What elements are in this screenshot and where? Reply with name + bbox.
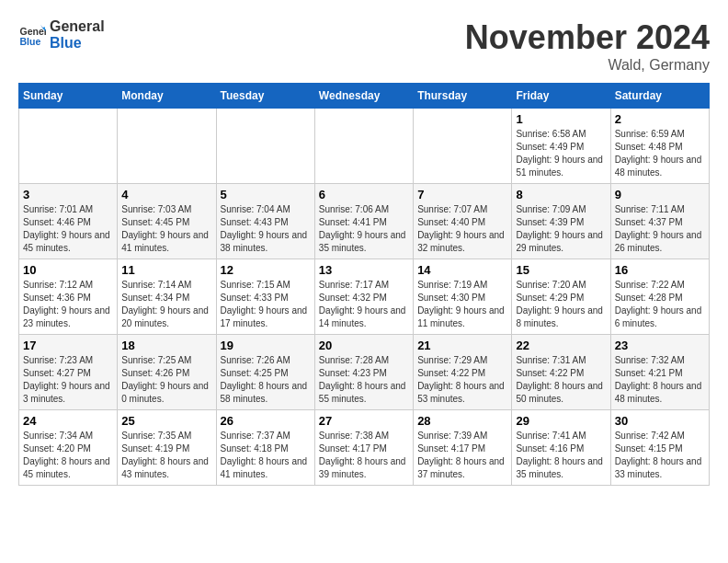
day-info: Sunrise: 7:38 AM Sunset: 4:17 PM Dayligh… xyxy=(319,430,409,481)
day-number: 23 xyxy=(615,339,705,352)
day-number: 26 xyxy=(221,414,311,428)
day-number: 4 xyxy=(121,188,211,201)
day-cell: 30Sunrise: 7:42 AM Sunset: 4:15 PM Dayli… xyxy=(610,410,709,486)
day-cell: 26Sunrise: 7:37 AM Sunset: 4:18 PM Dayli… xyxy=(216,410,314,486)
day-info: Sunrise: 7:29 AM Sunset: 4:22 PM Dayligh… xyxy=(417,354,507,406)
day-cell: 29Sunrise: 7:41 AM Sunset: 4:16 PM Dayli… xyxy=(512,410,610,486)
day-number: 21 xyxy=(417,339,507,352)
day-cell: 13Sunrise: 7:17 AM Sunset: 4:32 PM Dayli… xyxy=(314,259,413,335)
day-cell: 15Sunrise: 7:20 AM Sunset: 4:29 PM Dayli… xyxy=(512,259,610,335)
day-cell: 16Sunrise: 7:22 AM Sunset: 4:28 PM Dayli… xyxy=(610,259,709,335)
day-cell: 11Sunrise: 7:14 AM Sunset: 4:34 PM Dayli… xyxy=(118,259,216,335)
day-cell: 7Sunrise: 7:07 AM Sunset: 4:40 PM Daylig… xyxy=(414,184,512,259)
day-info: Sunrise: 7:15 AM Sunset: 4:33 PM Dayligh… xyxy=(221,279,311,330)
day-cell: 20Sunrise: 7:28 AM Sunset: 4:23 PM Dayli… xyxy=(314,335,413,410)
weekday-header-friday: Friday xyxy=(512,84,610,109)
day-number: 20 xyxy=(319,339,409,352)
day-cell: 2Sunrise: 6:59 AM Sunset: 4:48 PM Daylig… xyxy=(610,109,709,184)
day-info: Sunrise: 7:31 AM Sunset: 4:22 PM Dayligh… xyxy=(516,354,606,406)
day-number: 2 xyxy=(615,112,705,126)
day-info: Sunrise: 7:23 AM Sunset: 4:27 PM Dayligh… xyxy=(23,354,113,406)
day-cell: 28Sunrise: 7:39 AM Sunset: 4:17 PM Dayli… xyxy=(414,410,512,486)
day-info: Sunrise: 7:42 AM Sunset: 4:15 PM Dayligh… xyxy=(615,430,705,481)
day-info: Sunrise: 7:14 AM Sunset: 4:34 PM Dayligh… xyxy=(121,279,211,330)
day-cell xyxy=(414,109,512,184)
calendar-table: SundayMondayTuesdayWednesdayThursdayFrid… xyxy=(18,83,710,486)
day-cell: 22Sunrise: 7:31 AM Sunset: 4:22 PM Dayli… xyxy=(512,335,610,410)
day-info: Sunrise: 7:28 AM Sunset: 4:23 PM Dayligh… xyxy=(319,354,409,406)
day-info: Sunrise: 7:41 AM Sunset: 4:16 PM Dayligh… xyxy=(516,430,606,481)
day-cell: 19Sunrise: 7:26 AM Sunset: 4:25 PM Dayli… xyxy=(216,335,314,410)
day-info: Sunrise: 7:09 AM Sunset: 4:39 PM Dayligh… xyxy=(516,203,606,255)
week-row-4: 17Sunrise: 7:23 AM Sunset: 4:27 PM Dayli… xyxy=(19,335,710,410)
day-number: 27 xyxy=(319,414,409,428)
weekday-header-row: SundayMondayTuesdayWednesdayThursdayFrid… xyxy=(19,84,710,109)
day-cell xyxy=(314,109,413,184)
day-cell: 8Sunrise: 7:09 AM Sunset: 4:39 PM Daylig… xyxy=(512,184,610,259)
day-number: 1 xyxy=(516,112,606,126)
day-number: 3 xyxy=(23,188,113,201)
day-info: Sunrise: 7:39 AM Sunset: 4:17 PM Dayligh… xyxy=(417,430,507,481)
day-number: 11 xyxy=(121,263,211,277)
day-cell: 3Sunrise: 7:01 AM Sunset: 4:46 PM Daylig… xyxy=(19,184,118,259)
day-cell: 25Sunrise: 7:35 AM Sunset: 4:19 PM Dayli… xyxy=(118,410,216,486)
day-info: Sunrise: 7:19 AM Sunset: 4:30 PM Dayligh… xyxy=(417,279,507,330)
weekday-header-sunday: Sunday xyxy=(19,84,118,109)
day-number: 13 xyxy=(319,263,409,277)
day-cell xyxy=(19,109,118,184)
day-number: 30 xyxy=(615,414,705,428)
page-header: General Blue General Blue November 2024 … xyxy=(18,18,710,74)
day-cell: 10Sunrise: 7:12 AM Sunset: 4:36 PM Dayli… xyxy=(19,259,118,335)
day-info: Sunrise: 7:01 AM Sunset: 4:46 PM Dayligh… xyxy=(23,203,113,255)
day-info: Sunrise: 7:17 AM Sunset: 4:32 PM Dayligh… xyxy=(319,279,409,330)
day-info: Sunrise: 6:58 AM Sunset: 4:49 PM Dayligh… xyxy=(516,128,606,179)
day-info: Sunrise: 7:20 AM Sunset: 4:29 PM Dayligh… xyxy=(516,279,606,330)
day-number: 17 xyxy=(23,339,113,352)
title-area: November 2024 Wald, Germany xyxy=(465,18,710,74)
weekday-header-monday: Monday xyxy=(118,84,216,109)
day-cell: 9Sunrise: 7:11 AM Sunset: 4:37 PM Daylig… xyxy=(610,184,709,259)
weekday-header-thursday: Thursday xyxy=(414,84,512,109)
day-number: 15 xyxy=(516,263,606,277)
day-number: 7 xyxy=(417,188,507,201)
svg-text:Blue: Blue xyxy=(20,35,41,46)
day-number: 10 xyxy=(23,263,113,277)
location: Wald, Germany xyxy=(465,57,710,74)
day-cell xyxy=(216,109,314,184)
day-info: Sunrise: 7:22 AM Sunset: 4:28 PM Dayligh… xyxy=(615,279,705,330)
logo-text-general: General xyxy=(50,18,105,35)
logo-text-blue: Blue xyxy=(50,35,105,52)
day-info: Sunrise: 7:34 AM Sunset: 4:20 PM Dayligh… xyxy=(23,430,113,481)
month-title: November 2024 xyxy=(465,18,710,57)
day-number: 22 xyxy=(516,339,606,352)
day-info: Sunrise: 7:04 AM Sunset: 4:43 PM Dayligh… xyxy=(221,203,311,255)
day-info: Sunrise: 6:59 AM Sunset: 4:48 PM Dayligh… xyxy=(615,128,705,179)
day-number: 9 xyxy=(615,188,705,201)
day-info: Sunrise: 7:12 AM Sunset: 4:36 PM Dayligh… xyxy=(23,279,113,330)
day-cell: 5Sunrise: 7:04 AM Sunset: 4:43 PM Daylig… xyxy=(216,184,314,259)
day-info: Sunrise: 7:26 AM Sunset: 4:25 PM Dayligh… xyxy=(221,354,311,406)
week-row-3: 10Sunrise: 7:12 AM Sunset: 4:36 PM Dayli… xyxy=(19,259,710,335)
day-number: 12 xyxy=(221,263,311,277)
day-number: 24 xyxy=(23,414,113,428)
week-row-2: 3Sunrise: 7:01 AM Sunset: 4:46 PM Daylig… xyxy=(19,184,710,259)
day-cell: 21Sunrise: 7:29 AM Sunset: 4:22 PM Dayli… xyxy=(414,335,512,410)
day-cell: 1Sunrise: 6:58 AM Sunset: 4:49 PM Daylig… xyxy=(512,109,610,184)
day-cell: 17Sunrise: 7:23 AM Sunset: 4:27 PM Dayli… xyxy=(19,335,118,410)
day-cell: 6Sunrise: 7:06 AM Sunset: 4:41 PM Daylig… xyxy=(314,184,413,259)
day-cell: 4Sunrise: 7:03 AM Sunset: 4:45 PM Daylig… xyxy=(118,184,216,259)
day-number: 8 xyxy=(516,188,606,201)
week-row-1: 1Sunrise: 6:58 AM Sunset: 4:49 PM Daylig… xyxy=(19,109,710,184)
day-cell: 23Sunrise: 7:32 AM Sunset: 4:21 PM Dayli… xyxy=(610,335,709,410)
day-info: Sunrise: 7:03 AM Sunset: 4:45 PM Dayligh… xyxy=(121,203,211,255)
week-row-5: 24Sunrise: 7:34 AM Sunset: 4:20 PM Dayli… xyxy=(19,410,710,486)
day-info: Sunrise: 7:32 AM Sunset: 4:21 PM Dayligh… xyxy=(615,354,705,406)
day-number: 14 xyxy=(417,263,507,277)
day-cell: 18Sunrise: 7:25 AM Sunset: 4:26 PM Dayli… xyxy=(118,335,216,410)
day-number: 29 xyxy=(516,414,606,428)
weekday-header-wednesday: Wednesday xyxy=(314,84,413,109)
day-info: Sunrise: 7:06 AM Sunset: 4:41 PM Dayligh… xyxy=(319,203,409,255)
day-cell: 27Sunrise: 7:38 AM Sunset: 4:17 PM Dayli… xyxy=(314,410,413,486)
day-number: 6 xyxy=(319,188,409,201)
day-number: 18 xyxy=(121,339,211,352)
